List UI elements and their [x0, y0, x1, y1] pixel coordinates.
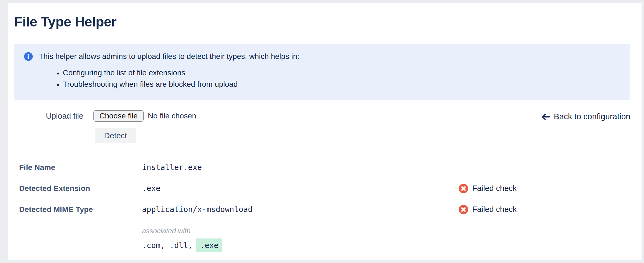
error-cross-icon [459, 184, 468, 193]
info-banner-bullet: Configuring the list of file extensions [63, 67, 619, 79]
upload-file-label: Upload file [46, 112, 93, 121]
row-label: Detected Extension [14, 184, 142, 193]
failed-check-label: Failed check [472, 184, 517, 193]
failed-check-badge: Failed check [459, 184, 630, 193]
failed-check-badge: Failed check [459, 205, 630, 214]
failed-check-label: Failed check [472, 205, 517, 214]
file-input[interactable]: Choose file No file chosen [93, 110, 196, 122]
upload-form: Upload file Choose file No file chosen B… [14, 110, 630, 143]
table-row-detected-extension: Detected Extension .exe Failed check [14, 178, 630, 199]
info-banner-bullet: Troubleshooting when files are blocked f… [63, 79, 619, 90]
back-to-configuration-link[interactable]: Back to configuration [540, 112, 630, 121]
row-label: Detected MIME Type [14, 205, 142, 214]
extension-list-prefix: .com, .dll, [142, 241, 193, 250]
table-row-file-name: File Name installer.exe [14, 157, 630, 178]
info-banner: This helper allows admins to upload file… [14, 44, 630, 100]
matched-extension-highlight: .exe [196, 238, 222, 252]
table-row-detected-mime-type: Detected MIME Type application/x-msdownl… [14, 199, 630, 220]
info-banner-bullet-list: Configuring the list of file extensions … [24, 67, 619, 90]
results-table: File Name installer.exe Detected Extensi… [14, 157, 630, 260]
choose-file-button[interactable]: Choose file [93, 110, 144, 122]
associated-with-label: associated with [142, 227, 459, 235]
info-banner-text: This helper allows admins to upload file… [39, 52, 299, 61]
info-icon [24, 52, 33, 61]
no-file-chosen-text: No file chosen [148, 112, 196, 120]
row-label: File Name [14, 163, 142, 172]
detect-button[interactable]: Detect [95, 128, 136, 143]
back-link-label: Back to configuration [554, 112, 630, 121]
file-name-value: installer.exe [142, 163, 459, 172]
extension-list: .com, .dll,.exe [142, 238, 459, 252]
arrow-left-icon [540, 113, 550, 120]
detected-extension-value: .exe [142, 184, 459, 193]
associated-extensions-cell: associated with .com, .dll,.exe [142, 220, 459, 260]
file-type-helper-panel: File Type Helper This helper allows admi… [8, 3, 642, 260]
detected-mime-type-value: application/x-msdownload [142, 205, 459, 214]
table-row-associated-extensions: associated with .com, .dll,.exe [14, 220, 630, 260]
error-cross-icon [459, 205, 468, 214]
page-title: File Type Helper [14, 14, 630, 30]
